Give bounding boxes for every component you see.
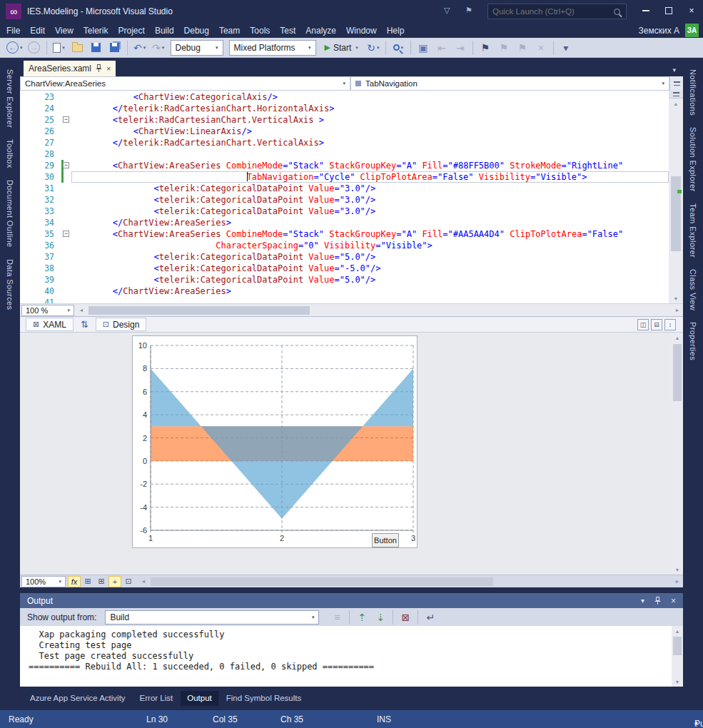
scroll-up-icon[interactable]: ▲ — [672, 626, 683, 636]
output-vertical-scrollbar[interactable]: ▲ ▼ — [672, 626, 683, 687]
scroll-up-icon[interactable]: ▲ — [669, 98, 683, 108]
quick-launch-input[interactable] — [492, 7, 614, 16]
fold-collapse-icon[interactable]: − — [63, 231, 69, 237]
new-file-icon[interactable]: ▾ — [51, 40, 68, 56]
design-chart[interactable]: 1086420-2-4-6123 Button — [132, 335, 418, 548]
splitter-grip-button[interactable] — [669, 76, 683, 91]
document-list-dropdown-icon[interactable]: ▾ — [672, 66, 676, 74]
design-zoom-combo[interactable]: 100% ▾ — [21, 576, 66, 587]
member-dropdown[interactable]: TabNavigation ▾ — [350, 76, 669, 91]
word-wrap-icon[interactable]: ↵ — [422, 610, 439, 625]
scrollbar-track[interactable] — [149, 576, 672, 587]
code-line-26[interactable]: 26 <ChartView:LinearAxis/> — [20, 126, 669, 137]
sidebar-tab-properties[interactable]: Properties — [689, 322, 697, 360]
scrollbar-track[interactable] — [87, 305, 672, 316]
split-vertical-icon[interactable]: ◫ — [637, 319, 649, 330]
snaplines-icon[interactable]: + — [108, 576, 121, 587]
pin-icon[interactable] — [96, 64, 102, 73]
sidebar-tab-server-explorer[interactable]: Server Explorer — [6, 69, 14, 128]
output-source-combo[interactable]: Build ▾ — [105, 610, 319, 625]
sidebar-tab-notifications[interactable]: Notifications — [689, 69, 697, 116]
next-message-icon[interactable]: ⇣ — [372, 610, 389, 625]
code-line-38[interactable]: 38 <telerik:CategoricalDataPoint Value="… — [20, 263, 669, 274]
scroll-up-icon[interactable]: ▲ — [672, 333, 683, 343]
design-button[interactable]: Button — [372, 533, 399, 547]
document-tab-areaseries-xaml[interactable]: AreaSeries.xaml × — [24, 61, 116, 76]
scroll-down-icon[interactable]: ▼ — [669, 293, 683, 303]
debug-target-combo[interactable]: Debug ▾ — [171, 40, 223, 56]
sidebar-tab-data-sources[interactable]: Data Sources — [6, 259, 14, 310]
toolbar-overflow-icon[interactable]: ▾ — [557, 40, 575, 56]
menu-project[interactable]: Project — [113, 24, 150, 37]
tab-close-icon[interactable]: × — [106, 64, 111, 73]
menu-view[interactable]: View — [50, 24, 79, 37]
snap-grid-icon[interactable]: ⊞ — [95, 576, 108, 587]
scroll-down-icon[interactable]: ▼ — [672, 565, 683, 575]
code-line-36[interactable]: 36 CharacterSpacing="0" Visibility="Visi… — [20, 240, 669, 251]
code-line-34[interactable]: 34 </ChartView:AreaSeries> — [20, 217, 669, 228]
xaml-code-editor[interactable]: 23 <ChartView:CategoricalAxis/>24 </tele… — [20, 91, 669, 303]
editor-zoom-combo[interactable]: 100 % ▾ — [21, 305, 74, 316]
sidebar-tab-toolbox[interactable]: Toolbox — [6, 139, 14, 168]
code-line-23[interactable]: 23 <ChartView:CategoricalAxis/> — [20, 91, 669, 103]
feedback-icon[interactable]: ▽ — [444, 6, 450, 15]
menu-edit[interactable]: Edit — [25, 24, 50, 37]
panel-tab-output[interactable]: Output — [181, 691, 218, 706]
menu-debug[interactable]: Debug — [179, 24, 214, 37]
sidebar-tab-team-explorer[interactable]: Team Explorer — [689, 203, 697, 258]
menu-window[interactable]: Window — [341, 24, 382, 37]
editor-vertical-scrollbar[interactable]: ▲ ▼ — [669, 91, 683, 303]
fold-collapse-icon[interactable]: − — [63, 162, 69, 168]
avatar[interactable]: ЗА — [685, 24, 699, 37]
previous-message-icon[interactable]: ⇡ — [353, 610, 370, 625]
tab-design[interactable]: ⊡ Design — [96, 318, 147, 331]
menu-team[interactable]: Team — [214, 24, 245, 37]
menu-tools[interactable]: Tools — [245, 24, 275, 37]
scroll-left-icon[interactable]: ◄ — [138, 576, 149, 587]
tab-xaml[interactable]: ⊠ XAML — [26, 318, 74, 331]
scrollbar-thumb[interactable] — [673, 637, 682, 655]
menu-build[interactable]: Build — [150, 24, 179, 37]
notifications-flag-icon[interactable]: ⚑ — [465, 6, 472, 15]
code-line-35[interactable]: 35− <ChartView:AreaSeries CombineMode="S… — [20, 228, 669, 240]
code-line-29[interactable]: 29− <ChartView:AreaSeries CombineMode="S… — [20, 160, 669, 171]
close-button[interactable]: × — [680, 0, 703, 21]
select-box-icon[interactable]: ▣ — [415, 40, 432, 56]
code-line-40[interactable]: 40 </ChartView:AreaSeries> — [20, 285, 669, 297]
panel-tab-azure-app-service-activity[interactable]: Azure App Service Activity — [24, 691, 132, 706]
code-line-32[interactable]: 32 <telerik:CategoricalDataPoint Value="… — [20, 194, 669, 206]
scroll-down-icon[interactable]: ▼ — [672, 677, 683, 687]
code-line-25[interactable]: 25− <telerik:RadCartesianChart.VerticalA… — [20, 114, 669, 126]
code-line-33[interactable]: 33 <telerik:CategoricalDataPoint Value="… — [20, 206, 669, 217]
save-all-icon[interactable] — [106, 40, 123, 56]
type-dropdown[interactable]: ChartView:AreaSeries ▾ — [20, 76, 350, 91]
open-file-icon[interactable] — [69, 40, 86, 56]
collapse-pane-icon[interactable]: ↕ — [664, 319, 676, 330]
undo-icon[interactable]: ↶▾ — [131, 40, 148, 56]
scrollbar-thumb[interactable] — [673, 344, 682, 401]
user-name[interactable]: Земских А — [639, 26, 679, 36]
start-debug-button[interactable]: ▶ Start ▾ — [325, 43, 358, 53]
code-line-31[interactable]: 31 <telerik:CategoricalDataPoint Value="… — [20, 183, 669, 194]
nav-back-icon[interactable]: ←▾ — [5, 40, 24, 56]
redo-icon[interactable]: ↷▾ — [150, 40, 167, 56]
sidebar-tab-solution-explorer[interactable]: Solution Explorer — [689, 127, 697, 192]
split-horizontal-icon[interactable]: ⊟ — [651, 319, 662, 330]
solution-platform-combo[interactable]: Mixed Platforms ▾ — [229, 40, 316, 56]
show-grid-icon[interactable]: ⊞ — [81, 576, 94, 587]
design-vertical-scrollbar[interactable]: ▲ ▼ — [672, 333, 683, 575]
minimize-button[interactable] — [634, 0, 657, 21]
find-icon[interactable]: ▾ — [390, 40, 407, 56]
code-line-41[interactable]: 41 — [20, 297, 669, 303]
menu-help[interactable]: Help — [382, 24, 410, 37]
close-icon[interactable]: × — [671, 596, 676, 606]
clear-all-icon[interactable]: ⊠ — [397, 610, 414, 625]
code-line-37[interactable]: 37 <telerik:CategoricalDataPoint Value="… — [20, 251, 669, 263]
refresh-icon[interactable]: ↻▾ — [365, 40, 382, 56]
menu-analyze[interactable]: Analyze — [300, 24, 341, 37]
pin-icon[interactable] — [654, 597, 661, 605]
sidebar-tab-class-view[interactable]: Class View — [689, 269, 697, 310]
quick-launch-box[interactable] — [487, 4, 627, 19]
scroll-right-icon[interactable]: ► — [672, 305, 683, 316]
maximize-button[interactable] — [657, 0, 680, 21]
